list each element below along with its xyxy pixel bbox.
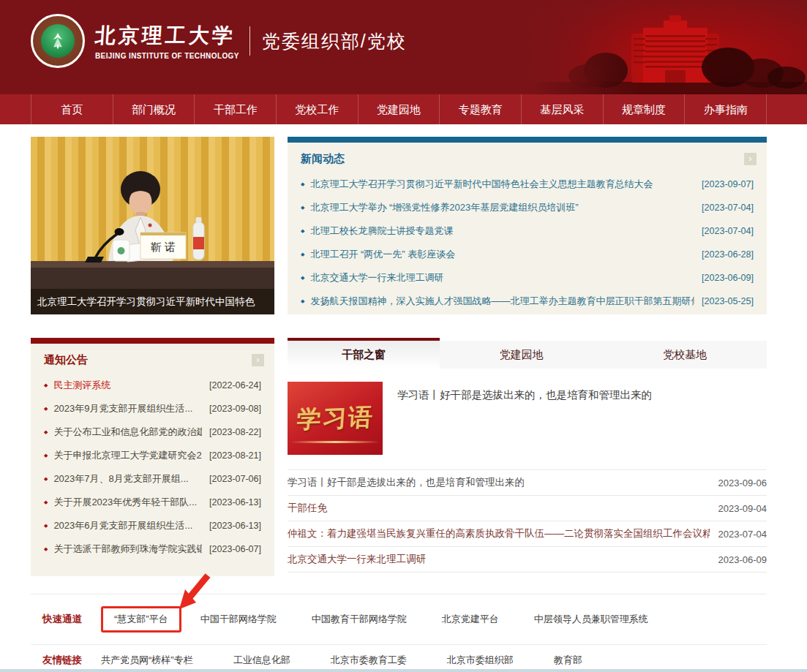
news-item-text[interactable]: 北理工校长龙腾院士讲授专题党课 xyxy=(310,224,694,238)
news-item-text[interactable]: 发扬航天报国精神，深入实施人才强国战略——北理工举办主题教育中层正职干部第五期研… xyxy=(310,295,694,308)
article-row[interactable]: 干部任免 2023-09-04 xyxy=(288,496,767,521)
notice-item[interactable]: ◆ 民主测评系统 [2022-06-24] xyxy=(44,374,261,397)
nav-item-grassroots-style[interactable]: 基层风采 xyxy=(521,94,603,124)
notice-section: 通知公告 › ◆ 民主测评系统 [2022-06-24] ◆ 2023年9月党支… xyxy=(31,338,274,576)
article-title[interactable]: 仲祖文：着力建强堪当民族复兴重任的高素质执政骨干队伍——二论贯彻落实全国组织工作… xyxy=(288,527,710,540)
notice-item-text[interactable]: 民主测评系统 xyxy=(53,379,202,392)
article-row[interactable]: 北京交通大学一行来北理工调研 2023-06-09 xyxy=(288,547,767,573)
quick-links-section: 快速通道 “慧支部”平台 中国干部网络学院 中国教育干部网络学院 北京党建平台 … xyxy=(31,594,767,644)
nav-item-service-guide[interactable]: 办事指南 xyxy=(684,94,767,124)
main-content: 靳 诺 北京理工大学召开学习贯彻习近平新时代中国特色 新闻动态 › xyxy=(31,137,767,672)
carousel-caption[interactable]: 北京理工大学召开学习贯彻习近平新时代中国特色 xyxy=(31,289,274,314)
article-title[interactable]: 学习语丨好干部是选拔出来的，也是培育和管理出来的 xyxy=(288,476,710,489)
diamond-bullet-icon: ◆ xyxy=(44,546,48,552)
news-item[interactable]: ◆ 发扬航天报国精神，深入实施人才强国战略——北理工举办主题教育中层正职干部第五… xyxy=(301,290,754,313)
tab-panel: 干部之窗 党建园地 党校基地 学习语 学习语丨好干部是选拔出来的，也是培育和管理… xyxy=(288,338,767,576)
university-logo[interactable] xyxy=(31,14,85,68)
site-title: 党委组织部/党校 xyxy=(262,29,407,53)
diamond-bullet-icon: ◆ xyxy=(44,523,48,529)
nav-item-department-overview[interactable]: 部门概况 xyxy=(113,94,195,124)
tab-party-building[interactable]: 党建园地 xyxy=(440,338,604,369)
quick-link-education-cadre-academy[interactable]: 中国教育干部网络学院 xyxy=(312,613,407,626)
notice-item-text[interactable]: 关于开展2023年优秀年轻干部队... xyxy=(53,496,202,509)
news-item-text[interactable]: 北京理工大学召开学习贯彻习近平新时代中国特色社会主义思想主题教育总结大会 xyxy=(310,178,694,191)
chevron-right-icon: › xyxy=(748,153,751,164)
friend-link-beijing-organization-dept[interactable]: 北京市委组织部 xyxy=(447,654,514,667)
news-item-date: [2023-06-28] xyxy=(702,249,754,260)
friend-link-cpc-member-site[interactable]: 共产党员网“榜样”专栏 xyxy=(101,654,193,667)
tab-cadre-window[interactable]: 干部之窗 xyxy=(288,338,440,369)
diamond-bullet-icon: ◆ xyxy=(301,228,304,234)
notice-item-text[interactable]: 2023年7月、8月党支部开展组... xyxy=(53,472,202,486)
featured-title[interactable]: 学习语丨好干部是选拔出来的，也是培育和管理出来的 xyxy=(397,382,652,455)
notice-item-date: [2022-06-24] xyxy=(209,380,261,390)
notice-item[interactable]: ◆ 2023年9月党支部开展组织生活... [2023-09-08] xyxy=(44,397,261,420)
notice-item[interactable]: ◆ 关于申报北京理工大学党建研究会2... [2023-08-21] xyxy=(44,444,261,467)
quick-link-cadre-network-academy[interactable]: 中国干部网络学院 xyxy=(200,613,277,626)
friend-link-miit[interactable]: 工业信息化部 xyxy=(233,654,290,667)
quick-link-huizhibu-highlighted[interactable]: “慧支部”平台 xyxy=(101,606,181,633)
notice-item[interactable]: ◆ 2023年7月、8月党支部开展组... [2023-07-06] xyxy=(44,467,261,491)
featured-article: 学习语 学习语丨好干部是选拔出来的，也是培育和管理出来的 xyxy=(288,382,767,455)
nav-item-regulations[interactable]: 规章制度 xyxy=(603,94,685,124)
gold-line-decoration xyxy=(290,441,380,443)
news-item[interactable]: ◆ 北理工召开 “两优一先” 表彰座谈会 [2023-06-28] xyxy=(301,243,754,266)
news-item-date: [2023-07-04] xyxy=(702,203,754,213)
news-item-date: [2023-06-09] xyxy=(702,273,754,283)
quick-link-beijing-party-platform[interactable]: 北京党建平台 xyxy=(442,613,499,626)
featured-thumbnail-text: 学习语 xyxy=(296,401,375,437)
notice-item-date: [2023-09-08] xyxy=(209,404,261,414)
news-item[interactable]: ◆ 北京理工大学召开学习贯彻习近平新时代中国特色社会主义思想主题教育总结大会 [… xyxy=(301,173,754,196)
diamond-bullet-icon: ◆ xyxy=(44,406,48,412)
news-item-text[interactable]: 北理工召开 “两优一先” 表彰座谈会 xyxy=(310,248,694,261)
notice-item[interactable]: ◆ 2023年6月党支部开展组织生活... [2023-06-13] xyxy=(44,514,261,537)
notice-item-text[interactable]: 关于申报北京理工大学党建研究会2... xyxy=(53,449,202,462)
campus-building-graphic xyxy=(529,0,807,94)
news-item[interactable]: ◆ 北京理工大学举办 “增强党性修养2023年基层党建组织员培训班” [2023… xyxy=(301,196,754,219)
article-title[interactable]: 北京交通大学一行来北理工调研 xyxy=(288,553,710,566)
notice-item-text[interactable]: 2023年9月党支部开展组织生活... xyxy=(53,402,202,415)
notice-list: ◆ 民主测评系统 [2022-06-24] ◆ 2023年9月党支部开展组织生活… xyxy=(31,374,274,561)
news-title: 新闻动态 xyxy=(301,152,345,166)
friend-links-section: 友情链接 共产党员网“榜样”专栏 工业信息化部 北京市委教育工委 北京市委组织部… xyxy=(31,644,767,672)
nav-item-party-school-work[interactable]: 党校工作 xyxy=(276,94,358,124)
friend-link-ministry-of-education[interactable]: 教育部 xyxy=(554,654,582,667)
news-item-date: [2023-05-25] xyxy=(702,296,754,306)
news-item-text[interactable]: 北京理工大学举办 “增强党性修养2023年基层党建组织员培训班” xyxy=(310,201,694,214)
article-row[interactable]: 学习语丨好干部是选拔出来的，也是培育和管理出来的 2023-09-06 xyxy=(288,470,767,496)
article-date: 2023-09-04 xyxy=(718,503,767,514)
article-row[interactable]: 仲祖文：着力建强堪当民族复兴重任的高素质执政骨干队伍——二论贯彻落实全国组织工作… xyxy=(288,521,767,547)
notice-item-date: [2023-07-06] xyxy=(209,474,261,484)
tab-strip: 干部之窗 党建园地 党校基地 xyxy=(288,338,767,369)
article-date: 2023-09-06 xyxy=(718,477,767,488)
tab-party-school-base[interactable]: 党校基地 xyxy=(604,338,767,369)
notice-item-text[interactable]: 2023年6月党支部开展组织生活... xyxy=(53,519,202,532)
diamond-bullet-icon: ◆ xyxy=(44,429,48,435)
quick-link-mid-level-parttime-system[interactable]: 中层领导人员兼职管理系统 xyxy=(534,613,648,626)
featured-thumbnail[interactable]: 学习语 xyxy=(288,382,383,455)
nav-item-cadre-work[interactable]: 干部工作 xyxy=(194,94,276,124)
notice-item-date: [2023-06-13] xyxy=(209,497,261,507)
news-item[interactable]: ◆ 北京交通大学一行来北理工调研 [2023-06-09] xyxy=(301,266,754,290)
nav-item-special-education[interactable]: 专题教育 xyxy=(439,94,521,124)
article-title[interactable]: 干部任免 xyxy=(288,502,710,515)
notice-item[interactable]: ◆ 关于公布工业和信息化部党的政治建... [2023-08-22] xyxy=(44,420,261,444)
notice-item-text[interactable]: 关于公布工业和信息化部党的政治建... xyxy=(53,426,202,439)
news-more-button[interactable]: › xyxy=(744,153,757,165)
news-topbar xyxy=(288,137,767,143)
notice-item[interactable]: ◆ 关于开展2023年优秀年轻干部队... [2023-06-13] xyxy=(44,491,261,514)
notice-item-text[interactable]: 关于选派干部教师到珠海学院实践锻... xyxy=(53,543,202,556)
notices-more-button[interactable]: › xyxy=(252,354,264,366)
news-carousel[interactable]: 靳 诺 北京理工大学召开学习贯彻习近平新时代中国特色 xyxy=(31,137,274,314)
notice-item[interactable]: ◆ 关于选派干部教师到珠海学院实践锻... [2023-06-07] xyxy=(44,537,261,561)
news-item[interactable]: ◆ 北理工校长龙腾院士讲授专题党课 [2023-07-04] xyxy=(301,219,754,243)
friend-link-beijing-education-committee[interactable]: 北京市委教育工委 xyxy=(331,654,407,667)
nav-item-party-building[interactable]: 党建园地 xyxy=(358,94,440,124)
university-name-cn: 北京理工大学 xyxy=(94,22,241,50)
article-list: 学习语丨好干部是选拔出来的，也是培育和管理出来的 2023-09-06 干部任免… xyxy=(288,469,767,573)
news-item-text[interactable]: 北京交通大学一行来北理工调研 xyxy=(310,271,694,284)
diamond-bullet-icon: ◆ xyxy=(301,205,304,211)
diamond-bullet-icon: ◆ xyxy=(44,453,48,458)
nav-item-home[interactable]: 首页 xyxy=(31,94,113,124)
diamond-bullet-icon: ◆ xyxy=(301,275,304,281)
